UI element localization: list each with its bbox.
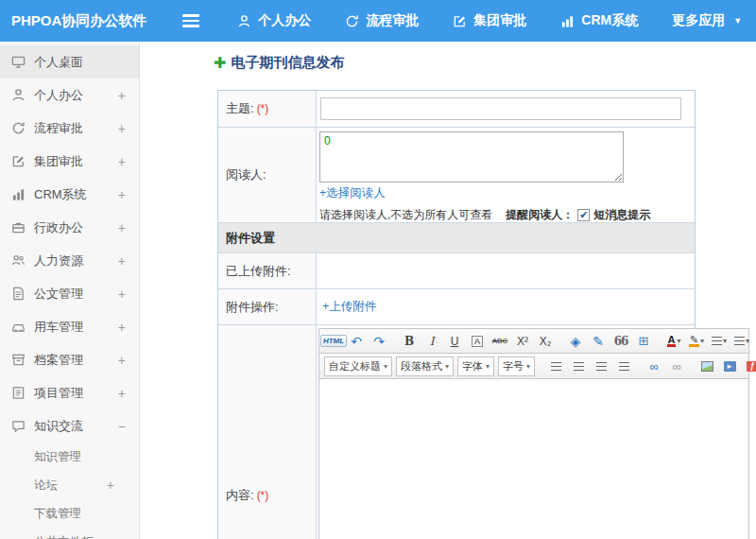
top-nav-crm-system[interactable]: CRM系统 <box>560 12 638 29</box>
font-border-button[interactable]: A <box>467 331 488 352</box>
sidebar-item-label: 公文管理 <box>34 286 83 303</box>
font-select-value: 字体 <box>462 359 483 374</box>
sidebar-item-label: 个人桌面 <box>34 54 83 71</box>
format-painter-button[interactable]: ✎ <box>588 331 609 352</box>
expand-icon[interactable]: + <box>118 154 126 169</box>
top-nav-group-approval[interactable]: 集团审批 <box>453 12 526 29</box>
attachment-actions-row: 附件操作: +上传附件 <box>218 289 695 325</box>
superscript-button[interactable]: X² <box>512 331 533 352</box>
insert-link-button[interactable]: ∞ <box>644 356 664 376</box>
expand-icon[interactable]: + <box>107 478 114 493</box>
align-left-button[interactable] <box>545 356 566 376</box>
sidebar-item-label: 集团审批 <box>34 153 83 170</box>
insert-image-button[interactable] <box>696 356 717 376</box>
editor-toolbar-row1: HTML↶↷BIUAABCX²X₂◈✎66⊞A▾✎▾▾▾ <box>318 328 749 354</box>
readers-textarea[interactable]: 0 <box>319 131 624 183</box>
select-readers-link[interactable]: +选择阅读人 <box>319 186 386 200</box>
sidebar-subitem-knowledge-management[interactable]: 知识管理 <box>0 443 139 471</box>
sidebar-subitem-download-management[interactable]: 下载管理 <box>0 499 139 528</box>
heading-select[interactable]: 自定义标题▾ <box>324 356 392 376</box>
sidebar-item-personal-desktop[interactable]: 个人桌面 <box>0 45 139 78</box>
font-select[interactable]: 字体▾ <box>457 356 494 376</box>
edit-icon <box>11 154 26 168</box>
sidebar-item-crm-system[interactable]: CRM系统+ <box>0 178 139 211</box>
top-nav-more-apps[interactable]: 更多应用▼ <box>672 12 742 29</box>
readers-label-cell: 阅读人: <box>218 128 317 222</box>
align-justify-button[interactable] <box>613 356 634 376</box>
insert-video-button[interactable]: ▸ <box>719 356 740 376</box>
top-nav-workflow-approval[interactable]: 流程审批 <box>345 12 419 29</box>
strikethrough-button[interactable]: ABC <box>490 331 510 352</box>
app-logo[interactable]: PHPOA协同办公软件 <box>0 12 162 30</box>
expand-icon[interactable]: + <box>118 121 126 136</box>
expand-icon[interactable]: + <box>118 353 126 368</box>
align-center-button[interactable] <box>568 356 589 376</box>
sidebar-item-admin-office[interactable]: 行政办公+ <box>0 211 139 244</box>
insert-table-icon: ⊞ <box>639 334 649 348</box>
fontsize-select[interactable]: 字号▾ <box>498 356 535 376</box>
blockquote-button[interactable]: 66 <box>610 331 631 352</box>
sidebar-item-document-management[interactable]: 公文管理+ <box>0 277 139 310</box>
html-source-button[interactable]: HTML <box>323 331 344 352</box>
subscript-button[interactable]: X₂ <box>535 331 556 352</box>
sidebar-subitem-forum[interactable]: 论坛+ <box>0 471 139 499</box>
sidebar-item-knowledge-exchange[interactable]: 知识交流− <box>0 409 139 443</box>
chart-icon <box>11 187 26 201</box>
insert-link-icon: ∞ <box>649 359 658 374</box>
italic-button[interactable]: I <box>421 331 442 352</box>
refresh-icon <box>11 121 26 135</box>
underline-button[interactable]: U <box>444 331 465 352</box>
font-color-icon: A <box>667 335 677 347</box>
sms-checkbox[interactable]: ✔ <box>577 209 590 221</box>
align-right-button[interactable] <box>591 356 611 376</box>
strikethrough-icon: ABC <box>492 337 507 345</box>
sidebar-item-workflow-approval[interactable]: 流程审批+ <box>0 112 139 145</box>
remove-format-button[interactable]: ◈ <box>565 331 586 352</box>
font-color-button[interactable]: A▾ <box>663 331 684 352</box>
expand-icon[interactable]: + <box>118 220 126 235</box>
person-icon <box>11 88 26 102</box>
paragraph-select[interactable]: 段落格式▾ <box>396 356 454 376</box>
ordered-list-button[interactable]: ▾ <box>709 331 730 352</box>
chart-icon <box>560 14 575 28</box>
menu-toggle-icon[interactable] <box>182 14 199 27</box>
editor-toolbar-row2: 自定义标题▾段落格式▾字体▾字号▾∞∞▸ƒ✚ <box>318 354 749 379</box>
highlight-color-button[interactable]: ✎▾ <box>686 331 707 352</box>
insert-table-button[interactable]: ⊞ <box>633 331 654 352</box>
expand-icon[interactable]: + <box>118 88 126 103</box>
attachment-action-label-cell: 附件操作: <box>218 289 317 324</box>
undo-button[interactable]: ↶ <box>346 331 367 352</box>
expand-icon[interactable]: + <box>118 320 126 335</box>
unordered-list-button[interactable]: ▾ <box>731 331 752 352</box>
expand-icon[interactable]: + <box>118 253 126 269</box>
sidebar-item-vehicle-management[interactable]: 用车管理+ <box>0 310 139 343</box>
sidebar-item-label: 行政办公 <box>34 219 83 236</box>
highlight-color-icon: ✎ <box>689 335 699 347</box>
subject-input[interactable] <box>320 97 681 120</box>
expand-icon[interactable]: + <box>118 386 126 401</box>
remove-link-button[interactable]: ∞ <box>666 356 687 376</box>
italic-icon: I <box>430 335 435 348</box>
sidebar-item-group-approval[interactable]: 集团审批+ <box>0 145 139 178</box>
redo-button[interactable]: ↷ <box>369 331 389 352</box>
top-nav-personal-office[interactable]: 个人办公 <box>237 12 311 29</box>
caret-down-icon: ▾ <box>445 362 449 371</box>
bold-button[interactable]: B <box>399 331 420 352</box>
editor-content-area[interactable] <box>318 379 749 539</box>
sidebar-subitem-public-file-cabinet[interactable]: 公共文件柜 <box>0 528 139 539</box>
required-mark: (*) <box>257 102 269 115</box>
expand-icon[interactable]: + <box>118 287 126 302</box>
caret-down-icon: ▾ <box>677 337 680 345</box>
html-source-icon: HTML <box>320 335 347 347</box>
sidebar-item-archive-management[interactable]: 档案管理+ <box>0 343 139 376</box>
insert-flash-button[interactable]: ƒ <box>742 356 756 376</box>
upload-attachment-link[interactable]: +上传附件 <box>322 299 376 315</box>
expand-icon[interactable]: + <box>118 187 126 202</box>
uploaded-attachments-label: 已上传附件: <box>226 263 291 280</box>
attachment-section-header: 附件设置 <box>218 223 695 253</box>
sidebar-item-label: 个人办公 <box>34 87 83 104</box>
sidebar-item-human-resources[interactable]: 人力资源+ <box>0 244 139 277</box>
sidebar-item-personal-office[interactable]: 个人办公+ <box>0 78 139 112</box>
collapse-icon[interactable]: − <box>118 419 126 434</box>
sidebar-item-project-management[interactable]: 项目管理+ <box>0 376 139 409</box>
